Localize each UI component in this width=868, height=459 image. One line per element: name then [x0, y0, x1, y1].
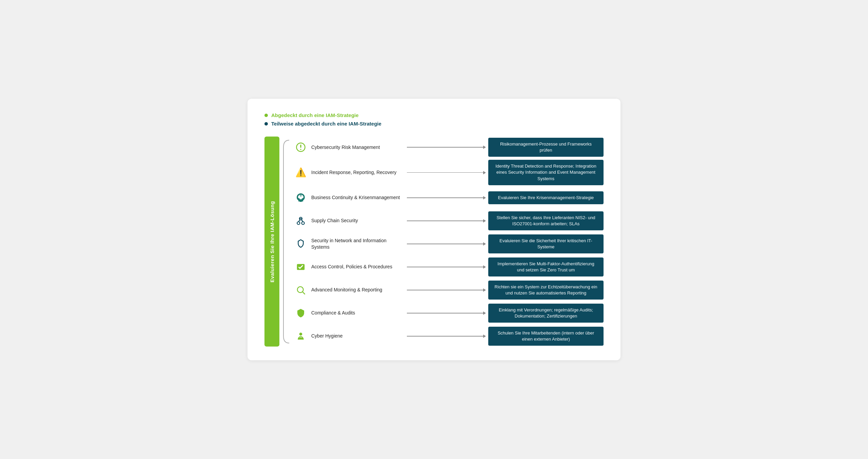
icon-cybersecurity-risk [292, 142, 309, 152]
result-cyber-hygiene: Schulen Sie Ihre Mitarbeitenden (intern … [488, 327, 604, 346]
bracket [281, 137, 291, 347]
arrow-business-continuity [404, 197, 488, 198]
main-card: Abgedeckt durch eine IAM-Strategie Teilw… [248, 99, 620, 360]
arrow-line-network-security [407, 244, 486, 244]
icon-access-control [292, 262, 309, 272]
row-cybersecurity-risk: Cybersecurity Risk Management Risikomana… [292, 137, 604, 158]
result-network-security: Evaluieren Sie die Sicherheit Ihrer krit… [488, 234, 604, 253]
arrow-line-cyber-hygiene [407, 336, 486, 337]
arrow-line-business-continuity [407, 197, 486, 198]
row-compliance-audits: Compliance & Audits Einklang mit Verordn… [292, 303, 604, 324]
arrow-compliance-audits [404, 313, 488, 313]
arrow-line-compliance-audits [407, 313, 486, 313]
arrow-access-control [404, 267, 488, 267]
svg-point-4 [297, 222, 300, 224]
result-cybersecurity-risk: Risikomanagement-Prozesse und Frameworks… [488, 138, 604, 157]
label-compliance-audits: Compliance & Audits [309, 310, 404, 316]
result-access-control: Implementieren Sie Multi-Faktor-Authenti… [488, 257, 604, 276]
vertical-label: Evaluieren Sie Ihre IAM-Lösung [264, 137, 279, 347]
svg-point-15 [299, 332, 302, 336]
result-compliance-audits: Einklang mit Verordnungen; regelmäßige A… [488, 304, 604, 323]
label-cybersecurity-risk: Cybersecurity Risk Management [309, 144, 404, 151]
rows-container: Cybersecurity Risk Management Risikomana… [292, 137, 604, 347]
svg-point-5 [302, 222, 304, 224]
legend: Abgedeckt durch eine IAM-Strategie Teilw… [264, 112, 604, 127]
legend-dot-green [264, 114, 268, 117]
arrow-line-advanced-monitoring [407, 290, 486, 290]
icon-compliance-audits [292, 308, 309, 318]
label-supply-chain: Supply Chain Security [309, 217, 404, 224]
icon-advanced-monitoring [292, 285, 309, 295]
icon-incident-response: ⚠️ [292, 167, 309, 178]
icon-business-continuity [292, 193, 309, 203]
bracket-svg [281, 137, 291, 347]
arrow-advanced-monitoring [404, 290, 488, 290]
arrow-incident-response [404, 172, 488, 173]
icon-cyber-hygiene [292, 331, 309, 341]
label-incident-response: Incident Response, Reporting, Recovery [309, 169, 404, 176]
legend-item-1: Abgedeckt durch eine IAM-Strategie [264, 112, 604, 118]
legend-text-2: Teilweise abgedeckt durch eine IAM-Strat… [271, 121, 381, 127]
result-advanced-monitoring: Richten sie ein System zur Echtzeitüberw… [488, 281, 604, 300]
legend-item-2: Teilweise abgedeckt durch eine IAM-Strat… [264, 121, 604, 127]
row-incident-response: ⚠️ Incident Response, Reporting, Recover… [292, 160, 604, 185]
arrow-supply-chain [404, 221, 488, 221]
label-business-continuity: Business Continuity & Krisenmanagement [309, 194, 404, 201]
arrow-line-access-control [407, 267, 486, 267]
arrow-line-cybersecurity-risk [407, 147, 486, 148]
svg-line-7 [298, 220, 300, 222]
svg-line-8 [302, 220, 303, 222]
icon-supply-chain [292, 215, 309, 226]
result-incident-response: Identity Threat Detection and Response; … [488, 160, 604, 185]
row-supply-chain: Supply Chain Security Stellen Sie sicher… [292, 210, 604, 231]
label-cyber-hygiene: Cyber Hygiene [309, 333, 404, 339]
label-network-security: Security in Network and Information Syst… [309, 237, 404, 250]
label-advanced-monitoring: Advanced Monitoring & Reporting [309, 287, 404, 293]
svg-point-1 [300, 149, 301, 150]
legend-dot-dark [264, 122, 268, 126]
result-business-continuity: Evaluieren Sie Ihre Krisenmanagement-Str… [488, 191, 604, 204]
row-cyber-hygiene: Cyber Hygiene Schulen Sie Ihre Mitarbeit… [292, 326, 604, 347]
arrow-line-supply-chain [407, 221, 486, 221]
arrow-cyber-hygiene [404, 336, 488, 337]
arrow-network-security [404, 244, 488, 244]
arrow-cybersecurity-risk [404, 147, 488, 148]
row-access-control: Access Control, Policies & Procedures Im… [292, 256, 604, 278]
svg-line-14 [303, 292, 305, 294]
icon-network-security [292, 239, 309, 249]
svg-point-11 [300, 242, 301, 244]
label-access-control: Access Control, Policies & Procedures [309, 264, 404, 270]
svg-point-2 [300, 195, 301, 196]
result-supply-chain: Stellen Sie sicher, dass Ihre Lieferante… [488, 211, 604, 230]
svg-point-13 [297, 287, 303, 293]
arrow-line-incident-response [407, 172, 486, 173]
row-business-continuity: Business Continuity & Krisenmanagement E… [292, 187, 604, 208]
diagram: Evaluieren Sie Ihre IAM-Lösung Cybersecu… [264, 137, 604, 347]
legend-text-1: Abgedeckt durch eine IAM-Strategie [271, 112, 359, 118]
row-advanced-monitoring: Advanced Monitoring & Reporting Richten … [292, 280, 604, 301]
row-network-security: Security in Network and Information Syst… [292, 233, 604, 254]
